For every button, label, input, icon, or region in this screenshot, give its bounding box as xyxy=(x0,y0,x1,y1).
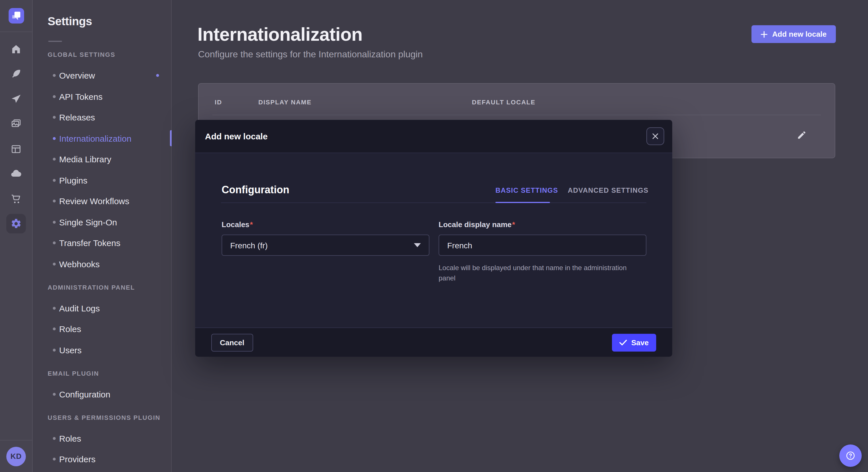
add-new-locale-label: Add new locale xyxy=(772,30,826,38)
edit-locale-button[interactable] xyxy=(795,128,808,142)
rail-item-media-library[interactable] xyxy=(0,111,32,136)
strapi-logo-icon xyxy=(8,8,24,24)
sidebar-item-label: Media Library xyxy=(59,155,112,164)
bullet-icon xyxy=(53,307,56,310)
sidebar-item-label: Review Workflows xyxy=(59,196,129,206)
send-icon xyxy=(10,94,22,105)
sidebar-item-label: Plugins xyxy=(59,175,87,185)
rail-item-settings[interactable] xyxy=(0,211,32,236)
sidebar-item-label: Configuration xyxy=(59,390,110,399)
bullet-icon xyxy=(53,74,56,77)
sidebar-item-review-workflows[interactable]: Review Workflows xyxy=(33,191,171,212)
settings-icon xyxy=(10,218,22,230)
bullet-icon xyxy=(53,242,56,245)
rail-item-send[interactable] xyxy=(0,87,32,111)
bullet-icon xyxy=(53,137,56,140)
help-button[interactable] xyxy=(839,444,862,467)
bullet-icon xyxy=(53,179,56,182)
sidebar-item-label: Users xyxy=(59,345,82,355)
bullet-icon xyxy=(53,458,56,461)
feather-icon xyxy=(10,69,22,80)
locales-label: Locales* xyxy=(222,220,253,229)
layout-icon xyxy=(10,143,22,155)
close-icon xyxy=(652,133,658,139)
sidebar-item-internationalization[interactable]: Internationalization xyxy=(33,128,171,149)
sidebar-item-overview[interactable]: Overview xyxy=(33,65,171,86)
sidebar-item-configuration[interactable]: Configuration xyxy=(33,384,171,405)
workspace-logo[interactable] xyxy=(0,0,32,32)
tabs-divider xyxy=(221,202,646,203)
sidebar-item-label: Transfer Tokens xyxy=(59,238,120,248)
sidebar-item-releases[interactable]: Releases xyxy=(33,107,171,128)
rail-item-cloud[interactable] xyxy=(0,162,32,187)
cart-icon xyxy=(10,193,22,205)
sidebar-item-roles[interactable]: Roles xyxy=(33,318,171,339)
icon-rail: KD xyxy=(0,0,33,472)
table-header-row: ID DISPLAY NAME DEFAULT LOCALE xyxy=(198,99,835,107)
cloud-icon xyxy=(10,168,22,180)
bullet-icon xyxy=(53,95,56,98)
tab-advanced-settings[interactable]: ADVANCED SETTINGS xyxy=(568,187,648,194)
column-header-id: ID xyxy=(215,99,222,105)
rail-item-layout[interactable] xyxy=(0,136,32,162)
page-subtitle: Configure the settings for the Internati… xyxy=(198,49,423,60)
sidebar-item-providers[interactable]: Providers xyxy=(33,449,171,470)
required-asterisk: * xyxy=(249,220,253,229)
sidebar-item-plugins[interactable]: Plugins xyxy=(33,170,171,191)
sidebar-title: Settings xyxy=(48,15,92,28)
sidebar-item-label: API Tokens xyxy=(59,92,102,102)
required-asterisk: * xyxy=(512,220,515,229)
help-icon xyxy=(845,450,856,461)
page-title: Internationalization xyxy=(197,24,363,45)
sidebar-item-label: Providers xyxy=(59,454,96,464)
bullet-icon xyxy=(53,349,56,351)
rail-user-section: KD xyxy=(0,440,32,472)
sidebar-item-transfer-tokens[interactable]: Transfer Tokens xyxy=(33,233,171,254)
rail-item-cart[interactable] xyxy=(0,187,32,211)
modal-header: Add new locale xyxy=(195,120,672,153)
display-name-label-text: Locale display name xyxy=(439,220,512,229)
sidebar-section-administration-panel: ADMINISTRATION PANEL xyxy=(33,277,171,298)
close-modal-button[interactable] xyxy=(646,127,664,145)
sidebar-item-api-tokens[interactable]: API Tokens xyxy=(33,86,171,107)
save-button[interactable]: Save xyxy=(612,334,656,351)
sidebar-item-roles[interactable]: Roles xyxy=(33,428,171,449)
cancel-button[interactable]: Cancel xyxy=(211,334,253,351)
save-button-label: Save xyxy=(631,338,649,347)
sidebar-item-label: Releases xyxy=(59,113,95,123)
chevron-down-icon xyxy=(414,243,421,247)
sidebar-item-single-sign-on[interactable]: Single Sign-On xyxy=(33,212,171,233)
modal-body: Configuration BASIC SETTINGS ADVANCED SE… xyxy=(195,153,672,328)
sidebar-menu: GLOBAL SETTINGSOverviewAPI TokensRelease… xyxy=(33,44,171,470)
sidebar-item-users[interactable]: Users xyxy=(33,339,171,361)
tab-basic-settings[interactable]: BASIC SETTINGS xyxy=(495,187,558,194)
active-indicator xyxy=(170,131,172,146)
column-header-default-locale: DEFAULT LOCALE xyxy=(472,99,536,105)
avatar[interactable]: KD xyxy=(6,446,26,466)
modal-footer: Cancel Save xyxy=(195,328,672,357)
home-icon xyxy=(10,43,22,55)
notification-dot xyxy=(156,74,159,77)
bullet-icon xyxy=(53,263,56,266)
sidebar-item-label: Webhooks xyxy=(59,259,100,269)
locales-select[interactable]: French (fr) xyxy=(222,235,429,256)
sidebar-item-audit-logs[interactable]: Audit Logs xyxy=(33,298,171,318)
sidebar-item-label: Audit Logs xyxy=(59,303,100,313)
bullet-icon xyxy=(53,393,56,396)
display-name-hint: Locale will be displayed under that name… xyxy=(439,263,637,283)
sidebar-item-label: Roles xyxy=(59,324,81,334)
rail-item-home[interactable] xyxy=(0,37,32,62)
bullet-icon xyxy=(53,158,56,161)
add-new-locale-button[interactable]: Add new locale xyxy=(751,25,836,43)
bullet-icon xyxy=(53,116,56,119)
sidebar-item-label: Single Sign-On xyxy=(59,217,117,227)
media-library-icon xyxy=(10,119,22,130)
rail-nav xyxy=(0,37,32,236)
sidebar-title-divider xyxy=(48,41,62,42)
display-name-input[interactable] xyxy=(439,235,646,256)
locales-label-text: Locales xyxy=(222,220,249,229)
sidebar-item-media-library[interactable]: Media Library xyxy=(33,149,171,170)
bullet-icon xyxy=(53,437,56,440)
rail-item-feather[interactable] xyxy=(0,62,32,87)
sidebar-item-webhooks[interactable]: Webhooks xyxy=(33,254,171,274)
